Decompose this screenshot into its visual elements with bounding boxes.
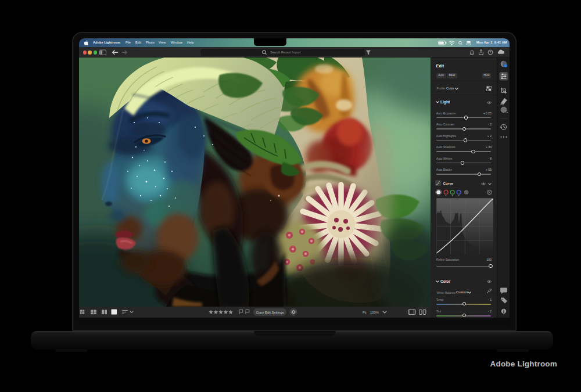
svg-text:Fit: Fit (363, 311, 367, 314)
svg-text:Search Recent Import: Search Recent Import (270, 51, 301, 54)
svg-text:100%: 100% (370, 311, 379, 314)
svg-text:Copy Edit Settings: Copy Edit Settings (256, 311, 284, 314)
svg-text:?: ? (489, 51, 491, 54)
